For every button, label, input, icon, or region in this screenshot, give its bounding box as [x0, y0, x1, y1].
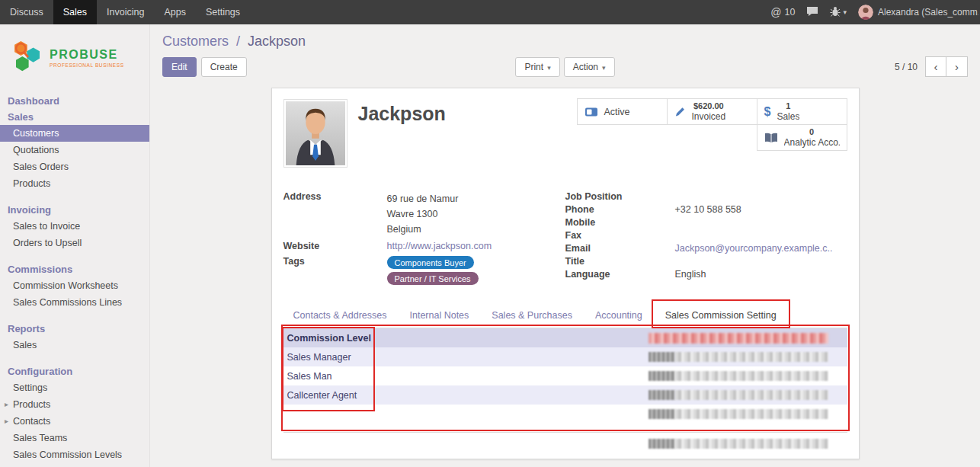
sidebar-section-configuration[interactable]: Configuration [0, 363, 149, 379]
redacted-content [649, 409, 675, 419]
record-sheet: Jackpson Active $620.00 [271, 88, 860, 459]
chevron-down-icon: ▾ [547, 64, 551, 72]
table-row-empty[interactable] [283, 405, 847, 424]
menu-apps[interactable]: Apps [154, 0, 196, 24]
tags-value: Components Buyer Partner / IT Services [387, 256, 479, 285]
website-label: Website [283, 241, 387, 252]
commission-level-column-header[interactable]: Commission Level [283, 333, 374, 344]
fields-right-column: Job Position Phone +32 10 588 558 Mobile… [565, 191, 847, 282]
commission-table: Commission Level Sales Manager Sales Man [283, 328, 847, 424]
table-divider [283, 432, 847, 433]
sidebar-item-config-products[interactable]: ▸ Products [0, 396, 149, 413]
messages-button[interactable] [806, 6, 818, 19]
sidebar-item-quotations[interactable]: Quotations [0, 142, 149, 158]
pager-next-button[interactable]: › [946, 56, 968, 77]
redacted-content [649, 352, 675, 362]
tag-partner-it-services[interactable]: Partner / IT Services [387, 272, 479, 285]
mobile-field: Mobile [565, 217, 847, 229]
sidebar-section-dashboard[interactable]: Dashboard [0, 93, 149, 109]
user-name: Alexandra (Sales_comm.. [878, 7, 978, 18]
record-title: Jackpson [358, 103, 446, 171]
sidebar-item-commission-worksheets[interactable]: Commission Worksheets [0, 277, 149, 294]
email-link[interactable]: Jackpson@yourcompany.example.c.. [675, 243, 833, 254]
tab-internal-notes[interactable]: Internal Notes [399, 303, 479, 328]
edit-button[interactable]: Edit [162, 57, 197, 77]
redacted-content [675, 409, 828, 419]
tab-sales-commission-setting[interactable]: Sales Commission Setting [655, 303, 786, 328]
sidebar-section-sales[interactable]: Sales [0, 109, 149, 125]
fax-field: Fax [565, 230, 847, 241]
website-field: Website http://www.jackpson.com [283, 241, 565, 252]
invoiced-stat-button[interactable]: $620.00 Invoiced [667, 98, 757, 125]
action-dropdown[interactable]: Action▾ [564, 57, 615, 77]
sidebar-item-reports-sales[interactable]: Sales [0, 337, 149, 353]
address-line: Belgium [387, 222, 459, 237]
tab-contacts-addresses[interactable]: Contacts & Addresses [283, 303, 397, 328]
bug-icon [830, 6, 841, 19]
customer-photo[interactable] [283, 99, 347, 168]
tag-components-buyer[interactable]: Components Buyer [387, 256, 474, 269]
tab-sales-purchases[interactable]: Sales & Purchases [482, 303, 582, 328]
sidebar-item-config-contacts[interactable]: ▸ Contacts [0, 413, 149, 430]
menu-sales[interactable]: Sales [53, 0, 97, 24]
analytic-accounts-stat-button[interactable]: 0 Analytic Acco... [757, 124, 847, 151]
sidebar-item-label: Products [13, 399, 50, 410]
sales-stat-button[interactable]: $ 1 Sales [757, 98, 847, 125]
sidebar-item-sales-commissions-lines[interactable]: Sales Commissions Lines [0, 294, 149, 311]
tags-label: Tags [283, 256, 387, 285]
sidebar-item-orders-to-upsell[interactable]: Orders to Upsell [0, 235, 149, 251]
redacted-content [675, 371, 828, 381]
mentions-button[interactable]: @ 10 [770, 6, 795, 18]
table-row-sales-manager[interactable]: Sales Manager [283, 347, 847, 366]
menu-invoicing[interactable]: Invoicing [97, 0, 154, 24]
language-label: Language [565, 269, 675, 280]
menu-discuss[interactable]: Discuss [0, 0, 53, 24]
sidebar-item-customers[interactable]: Customers [0, 125, 149, 142]
breadcrumb-separator: / [236, 34, 240, 49]
breadcrumb-customers[interactable]: Customers [162, 34, 229, 49]
tab-accounting[interactable]: Accounting [585, 303, 652, 328]
table-footer-row [283, 434, 847, 453]
sidebar-item-sales-commission-levels[interactable]: Sales Commission Levels [0, 446, 149, 463]
pager-previous-button[interactable]: ‹ [925, 56, 946, 77]
website-link[interactable]: http://www.jackpson.com [387, 241, 492, 252]
table-row-sales-man[interactable]: Sales Man [283, 366, 847, 385]
create-button[interactable]: Create [201, 57, 247, 77]
commission-level-cell[interactable]: Sales Manager [283, 352, 374, 363]
sidebar-item-products[interactable]: Products [0, 175, 149, 192]
expand-arrow-icon[interactable]: ▸ [5, 417, 8, 425]
chat-bubble-icon [806, 6, 818, 19]
pager: 5 / 10 ‹ › [895, 56, 968, 77]
debug-menu[interactable]: ▾ [830, 6, 847, 19]
sidebar-item-sales-to-invoice[interactable]: Sales to Invoice [0, 218, 149, 235]
sidebar-section-reports[interactable]: Reports [0, 321, 149, 337]
tab-label: Sales Commission Setting [665, 310, 777, 321]
logo-title: PROBUSE [50, 48, 124, 62]
pager-buttons: ‹ › [925, 56, 968, 77]
phone-label: Phone [565, 204, 675, 216]
sidebar-item-sales-teams[interactable]: Sales Teams [0, 430, 149, 446]
active-toggle-button[interactable]: Active [577, 98, 668, 125]
sidebar-item-sales-orders[interactable]: Sales Orders [0, 158, 149, 175]
fax-label: Fax [565, 230, 675, 241]
action-dropdowns: Print▾ Action▾ [162, 57, 968, 77]
sales-count-label: Sales [777, 111, 799, 122]
commission-level-cell[interactable]: Callcenter Agent [283, 390, 374, 401]
control-panel-buttons: Edit Create Print▾ Action▾ 5 / 10 ‹ › [162, 56, 968, 77]
address-line: Wavre 1300 [387, 206, 459, 222]
language-field: Language English [565, 269, 847, 280]
table-row-callcenter-agent[interactable]: Callcenter Agent [283, 385, 847, 405]
sidebar-section-commissions[interactable]: Commissions [0, 261, 149, 277]
sidebar-item-settings[interactable]: Settings [0, 379, 149, 396]
phone-field: Phone +32 10 588 558 [565, 204, 847, 216]
sidebar-section-invoicing[interactable]: Invoicing [0, 202, 149, 218]
print-dropdown[interactable]: Print▾ [515, 57, 559, 77]
pager-value: 5 / 10 [895, 62, 918, 72]
pencil-icon [674, 106, 686, 117]
menu-settings[interactable]: Settings [196, 0, 250, 24]
breadcrumb: Customers / Jackpson [162, 34, 968, 50]
mobile-label: Mobile [565, 217, 675, 229]
commission-level-cell[interactable]: Sales Man [283, 371, 374, 382]
user-menu[interactable]: Alexandra (Sales_comm.. [858, 5, 978, 20]
expand-arrow-icon[interactable]: ▸ [5, 400, 8, 408]
